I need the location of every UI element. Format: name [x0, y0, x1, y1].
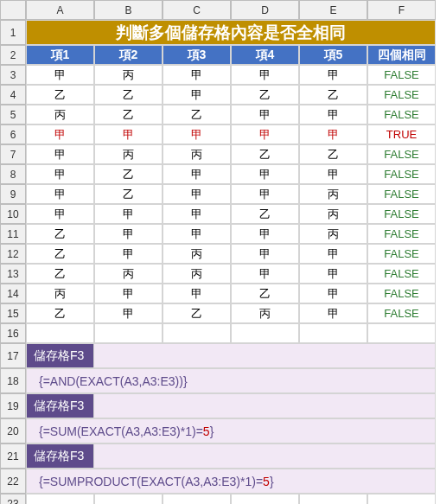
data-cell[interactable]: 甲	[163, 184, 231, 204]
data-cell[interactable]: 乙	[26, 224, 94, 244]
empty-cell[interactable]	[367, 494, 436, 504]
data-cell[interactable]: 丙	[299, 184, 367, 204]
result-cell[interactable]: TRUE	[367, 124, 436, 144]
blank[interactable]	[94, 343, 436, 368]
data-cell[interactable]: 乙	[231, 284, 299, 303]
data-cell[interactable]: 甲	[299, 264, 367, 284]
data-cell[interactable]: 丙	[94, 144, 163, 164]
data-cell[interactable]: 甲	[299, 124, 367, 144]
data-cell[interactable]: 丙	[231, 303, 299, 323]
result-cell[interactable]: FALSE	[367, 184, 436, 204]
empty-cell[interactable]	[26, 494, 94, 504]
result-cell[interactable]: FALSE	[367, 264, 436, 284]
data-cell[interactable]: 乙	[299, 85, 367, 105]
result-cell[interactable]: FALSE	[367, 244, 436, 264]
data-cell[interactable]: 甲	[26, 184, 94, 204]
data-cell[interactable]: 乙	[26, 244, 94, 264]
row-header-20[interactable]: 20	[0, 418, 26, 443]
data-cell[interactable]: 甲	[163, 284, 231, 303]
data-cell[interactable]: 丙	[163, 144, 231, 164]
data-cell[interactable]: 甲	[163, 65, 231, 85]
data-cell[interactable]: 乙	[26, 85, 94, 105]
row-header-14[interactable]: 14	[0, 284, 26, 303]
row-header-8[interactable]: 8	[0, 164, 26, 184]
result-cell[interactable]: FALSE	[367, 224, 436, 244]
data-cell[interactable]: 甲	[299, 284, 367, 303]
result-cell[interactable]: FALSE	[367, 164, 436, 184]
data-cell[interactable]: 甲	[231, 184, 299, 204]
col-header-A[interactable]: A	[26, 0, 94, 20]
col-header-E[interactable]: E	[299, 0, 367, 20]
data-cell[interactable]: 甲	[231, 244, 299, 264]
row-header-23[interactable]: 23	[0, 494, 26, 504]
row-header-9[interactable]: 9	[0, 184, 26, 204]
blank[interactable]	[94, 443, 436, 469]
data-cell[interactable]: 丙	[94, 264, 163, 284]
data-cell[interactable]: 甲	[163, 164, 231, 184]
data-cell[interactable]: 乙	[231, 204, 299, 224]
data-cell[interactable]: 丙	[163, 264, 231, 284]
data-cell[interactable]: 甲	[26, 164, 94, 184]
data-cell[interactable]: 丙	[94, 65, 163, 85]
result-cell[interactable]: FALSE	[367, 65, 436, 85]
result-cell[interactable]: FALSE	[367, 144, 436, 164]
row-header-19[interactable]: 19	[0, 393, 26, 418]
row-header-15[interactable]: 15	[0, 303, 26, 323]
data-cell[interactable]: 乙	[163, 303, 231, 323]
data-cell[interactable]: 甲	[299, 65, 367, 85]
empty-cell[interactable]	[299, 494, 367, 504]
empty-cell[interactable]	[231, 323, 299, 343]
row-header-21[interactable]: 21	[0, 443, 26, 469]
result-cell[interactable]: FALSE	[367, 303, 436, 323]
data-cell[interactable]: 甲	[299, 303, 367, 323]
select-all[interactable]	[0, 0, 26, 20]
row-header-11[interactable]: 11	[0, 224, 26, 244]
result-cell[interactable]: FALSE	[367, 105, 436, 124]
row-header-22[interactable]: 22	[0, 469, 26, 494]
data-cell[interactable]: 甲	[163, 124, 231, 144]
empty-cell[interactable]	[299, 323, 367, 343]
data-cell[interactable]: 乙	[231, 85, 299, 105]
row-header-10[interactable]: 10	[0, 204, 26, 224]
data-cell[interactable]: 甲	[299, 244, 367, 264]
data-cell[interactable]: 丙	[26, 284, 94, 303]
data-cell[interactable]: 甲	[26, 65, 94, 85]
data-cell[interactable]: 甲	[231, 65, 299, 85]
data-cell[interactable]: 甲	[94, 303, 163, 323]
blank[interactable]	[94, 393, 436, 418]
row-header-16[interactable]: 16	[0, 323, 26, 343]
row-header-7[interactable]: 7	[0, 144, 26, 164]
data-cell[interactable]: 乙	[26, 264, 94, 284]
row-header-1[interactable]: 1	[0, 20, 26, 45]
row-header-4[interactable]: 4	[0, 85, 26, 105]
data-cell[interactable]: 甲	[26, 204, 94, 224]
data-cell[interactable]: 丙	[299, 224, 367, 244]
data-cell[interactable]: 乙	[94, 184, 163, 204]
data-cell[interactable]: 乙	[26, 303, 94, 323]
data-cell[interactable]: 甲	[94, 224, 163, 244]
data-cell[interactable]: 甲	[163, 204, 231, 224]
col-header-C[interactable]: C	[163, 0, 231, 20]
empty-cell[interactable]	[367, 323, 436, 343]
empty-cell[interactable]	[163, 323, 231, 343]
data-cell[interactable]: 甲	[231, 224, 299, 244]
data-cell[interactable]: 甲	[94, 244, 163, 264]
row-header-3[interactable]: 3	[0, 65, 26, 85]
data-cell[interactable]: 乙	[163, 105, 231, 124]
data-cell[interactable]: 乙	[94, 85, 163, 105]
data-cell[interactable]: 甲	[26, 124, 94, 144]
empty-cell[interactable]	[94, 494, 163, 504]
data-cell[interactable]: 乙	[299, 144, 367, 164]
data-cell[interactable]: 乙	[231, 144, 299, 164]
data-cell[interactable]: 甲	[231, 164, 299, 184]
data-cell[interactable]: 甲	[299, 105, 367, 124]
data-cell[interactable]: 甲	[163, 85, 231, 105]
data-cell[interactable]: 甲	[231, 105, 299, 124]
row-header-2[interactable]: 2	[0, 45, 26, 65]
result-cell[interactable]: FALSE	[367, 204, 436, 224]
row-header-6[interactable]: 6	[0, 124, 26, 144]
col-header-B[interactable]: B	[94, 0, 163, 20]
empty-cell[interactable]	[163, 494, 231, 504]
row-header-5[interactable]: 5	[0, 105, 26, 124]
data-cell[interactable]: 丙	[299, 204, 367, 224]
